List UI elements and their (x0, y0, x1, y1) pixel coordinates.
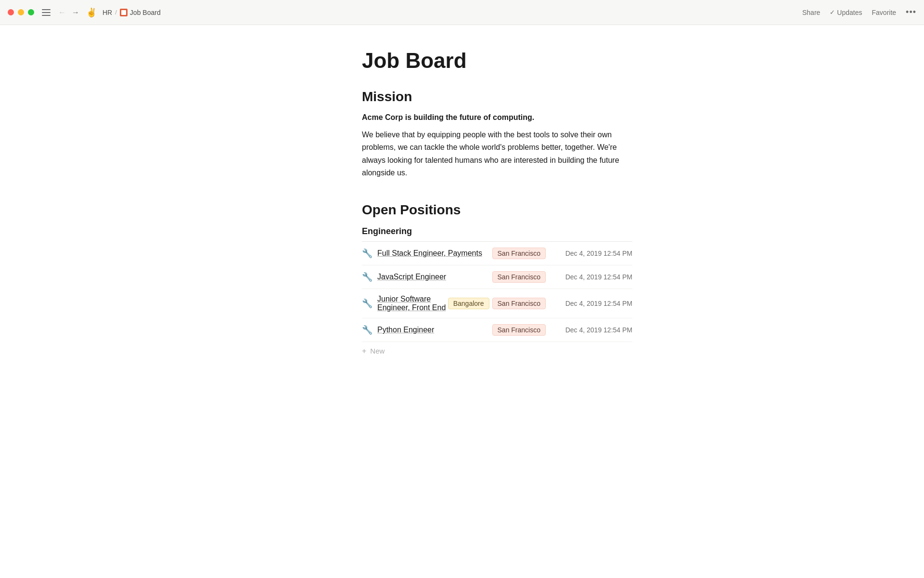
job-tags: San Francisco (492, 248, 546, 259)
open-positions-heading: Open Positions (362, 202, 632, 218)
mission-heading: Mission (362, 89, 632, 105)
main-content: Job Board Mission Acme Corp is building … (245, 25, 679, 406)
location-tag: San Francisco (492, 298, 546, 309)
menu-button[interactable] (42, 9, 51, 16)
titlebar-actions: Share ✓ Updates Favorite ••• (802, 7, 916, 17)
updates-label: Updates (837, 9, 862, 16)
location-tag: San Francisco (492, 324, 546, 336)
job-list: 🔧Full Stack Engineer, PaymentsSan Franci… (362, 242, 632, 342)
breadcrumb-page-label: Job Board (130, 9, 161, 16)
minimize-button[interactable] (18, 9, 24, 15)
breadcrumb-hr[interactable]: HR (103, 9, 112, 16)
page-icon (120, 9, 128, 16)
breadcrumb-separator: / (115, 9, 117, 16)
job-title: Python Engineer (377, 326, 492, 334)
favorite-button[interactable]: Favorite (872, 9, 897, 16)
wrench-icon: 🔧 (362, 272, 372, 282)
job-row[interactable]: 🔧Python EngineerSan FranciscoDec 4, 2019… (362, 318, 632, 342)
breadcrumb-jobboard[interactable]: Job Board (120, 9, 161, 16)
job-title: Full Stack Engineer, Payments (377, 249, 492, 258)
new-label: New (370, 347, 385, 355)
favorite-label: Favorite (872, 9, 897, 16)
new-row[interactable]: + New (362, 342, 632, 360)
hr-emoji-icon: ✌️ (86, 7, 97, 18)
job-row[interactable]: 🔧Full Stack Engineer, PaymentsSan Franci… (362, 242, 632, 265)
page-title: Job Board (362, 48, 632, 74)
more-options-button[interactable]: ••• (906, 7, 916, 17)
navigation-arrows: ← → (57, 8, 80, 17)
wrench-icon: 🔧 (362, 325, 372, 335)
plus-icon: + (362, 347, 366, 355)
share-label: Share (802, 9, 820, 16)
location-tag: Bangalore (448, 298, 489, 309)
mission-body-text: We believe that by equipping people with… (362, 129, 632, 180)
job-tags: BangaloreSan Francisco (448, 298, 546, 309)
job-date: Dec 4, 2019 12:54 PM (555, 326, 632, 334)
job-date: Dec 4, 2019 12:54 PM (555, 300, 632, 307)
share-button[interactable]: Share (802, 9, 820, 16)
breadcrumb-hr-label: HR (103, 9, 112, 16)
location-tag: San Francisco (492, 248, 546, 259)
maximize-button[interactable] (28, 9, 34, 15)
titlebar: ← → ✌️ HR / Job Board Share ✓ Updates Fa… (0, 0, 924, 25)
job-tags: San Francisco (492, 324, 546, 336)
close-button[interactable] (8, 9, 14, 15)
breadcrumb: ✌️ HR / Job Board (86, 7, 161, 18)
engineering-heading: Engineering (362, 226, 632, 241)
job-date: Dec 4, 2019 12:54 PM (555, 273, 632, 281)
wrench-icon: 🔧 (362, 248, 372, 259)
wrench-icon: 🔧 (362, 298, 372, 309)
check-icon: ✓ (830, 9, 835, 16)
window-controls (8, 9, 34, 15)
mission-bold-text: Acme Corp is building the future of comp… (362, 113, 632, 122)
job-title: Junior Software Engineer, Front End (377, 295, 448, 312)
forward-button[interactable]: → (71, 8, 80, 17)
job-row[interactable]: 🔧JavaScript EngineerSan FranciscoDec 4, … (362, 265, 632, 289)
job-date: Dec 4, 2019 12:54 PM (555, 250, 632, 257)
job-title: JavaScript Engineer (377, 273, 492, 281)
back-button[interactable]: ← (57, 8, 67, 17)
location-tag: San Francisco (492, 271, 546, 283)
updates-button[interactable]: ✓ Updates (830, 9, 862, 16)
job-row[interactable]: 🔧Junior Software Engineer, Front EndBang… (362, 289, 632, 318)
job-tags: San Francisco (492, 271, 546, 283)
open-positions-section: Open Positions Engineering 🔧Full Stack E… (362, 202, 632, 360)
